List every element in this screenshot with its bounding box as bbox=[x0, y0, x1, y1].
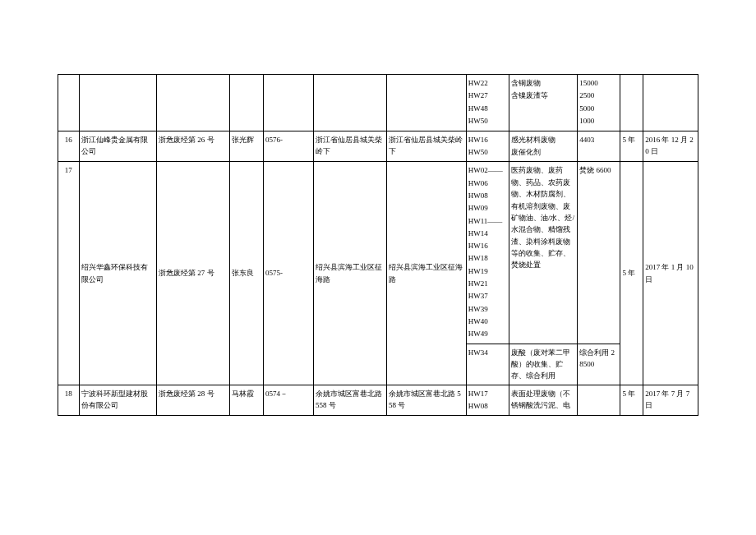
cell-codes: HW22 HW27 HW48 HW50 bbox=[466, 75, 509, 131]
cell-qty bbox=[578, 385, 620, 416]
cell-idx: 18 bbox=[58, 385, 80, 416]
table-row: 16 浙江仙峰贵金属有限公司 浙危废经第 26 号 张光辉 0576- 浙江省仙… bbox=[58, 131, 698, 162]
cell-date: 2017 年 1 月 10 日 bbox=[643, 162, 698, 385]
cell-date bbox=[643, 75, 698, 131]
cell-desc: 医药废物、废药物、药品、农药废物、木材防腐剂、有机溶剂废物、废矿物油、油/水、烃… bbox=[509, 162, 577, 344]
cell-desc: 含铜废物 含镍废渣等 bbox=[509, 75, 577, 131]
cell-qty: 4403 bbox=[578, 131, 620, 162]
cell-date: 2017 年 7 月 7 日 bbox=[643, 385, 698, 416]
cell-codes: HW16 HW50 bbox=[466, 131, 509, 162]
cell-person: 张光辉 bbox=[229, 131, 263, 162]
cell-permit: 浙危废经第 28 号 bbox=[157, 385, 230, 416]
cell-company bbox=[79, 75, 156, 131]
cell-person: 马林霞 bbox=[229, 385, 263, 416]
cell-phone: 0576- bbox=[264, 131, 314, 162]
cell-qty: 焚烧 6600 bbox=[578, 162, 620, 344]
cell-company: 宁波科环新型建材股份有限公司 bbox=[79, 385, 156, 416]
table-row: 17 绍兴华鑫环保科技有限公司 浙危废经第 27 号 张东良 0575- 绍兴县… bbox=[58, 162, 698, 344]
cell-date: 2016 年 12 月 20 日 bbox=[643, 131, 698, 162]
cell-desc: 感光材料废物 废催化剂 bbox=[509, 131, 577, 162]
cell-company: 浙江仙峰贵金属有限公司 bbox=[79, 131, 156, 162]
table-row: HW22 HW27 HW48 HW50 含铜废物 含镍废渣等 15000 250… bbox=[58, 75, 698, 131]
cell-person bbox=[229, 75, 263, 131]
cell-addr1 bbox=[314, 75, 387, 131]
cell-permit: 浙危废经第 26 号 bbox=[157, 131, 230, 162]
cell-desc: 废酸（废对苯二甲酸）的收集、贮存、综合利用 bbox=[509, 344, 577, 385]
cell-qty: 15000 2500 5000 1000 bbox=[578, 75, 620, 131]
cell-codes: HW34 bbox=[466, 344, 509, 385]
cell-permit bbox=[157, 75, 230, 131]
cell-addr2: 绍兴县滨海工业区征海路 bbox=[387, 162, 467, 385]
cell-qty: 综合利用 28500 bbox=[578, 344, 620, 385]
cell-codes: HW02—— HW06 HW08 HW09 HW11—— HW14 HW16 H… bbox=[466, 162, 509, 344]
cell-idx: 16 bbox=[58, 131, 80, 162]
data-table: HW22 HW27 HW48 HW50 含铜废物 含镍废渣等 15000 250… bbox=[58, 74, 698, 416]
cell-addr1: 余姚市城区富巷北路 558 号 bbox=[314, 385, 387, 416]
cell-idx bbox=[58, 75, 80, 131]
cell-addr2: 余姚市城区富巷北路 558 号 bbox=[387, 385, 467, 416]
cell-permit: 浙危废经第 27 号 bbox=[157, 162, 230, 385]
cell-addr2 bbox=[387, 75, 467, 131]
cell-years: 5 年 bbox=[620, 385, 643, 416]
cell-person: 张东良 bbox=[229, 162, 263, 385]
table-row: 18 宁波科环新型建材股份有限公司 浙危废经第 28 号 马林霞 0574－ 余… bbox=[58, 385, 698, 416]
cell-years: 5 年 bbox=[620, 131, 643, 162]
cell-codes: HW17 HW08 bbox=[466, 385, 509, 416]
cell-phone bbox=[264, 75, 314, 131]
cell-idx: 17 bbox=[58, 162, 80, 385]
cell-addr1: 绍兴县滨海工业区征海路 bbox=[314, 162, 387, 385]
cell-addr2: 浙江省仙居县城关柴岭下 bbox=[387, 131, 467, 162]
cell-years: 5 年 bbox=[620, 162, 643, 385]
cell-addr1: 浙江省仙居县城关柴岭下 bbox=[314, 131, 387, 162]
cell-phone: 0575- bbox=[264, 162, 314, 385]
cell-years bbox=[620, 75, 643, 131]
cell-company: 绍兴华鑫环保科技有限公司 bbox=[79, 162, 156, 385]
cell-phone: 0574－ bbox=[264, 385, 314, 416]
cell-desc: 表面处理废物（不锈钢酸洗污泥、电 bbox=[509, 385, 577, 416]
